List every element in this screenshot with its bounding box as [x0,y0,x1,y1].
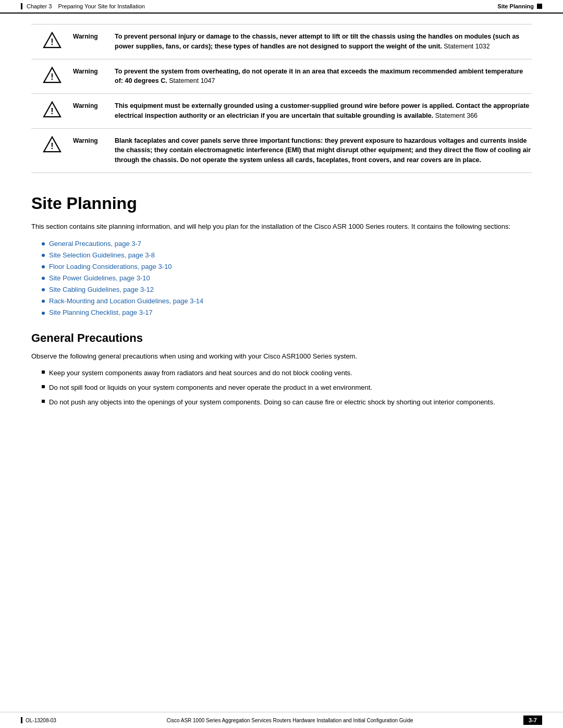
warning-text-2: To prevent the system from overheating, … [115,67,532,87]
toc-bullet-5 [42,300,45,303]
toc-item-0: General Precautions, page 3-7 [42,238,532,250]
warning-triangle-icon-4: ! [43,136,62,153]
warning-icon-col-1: ! [31,32,73,51]
warning-icon-col-2: ! [31,67,73,85]
toc-item-1: Site Selection Guidelines, page 3-8 [42,250,532,261]
warning-icon-col-4: ! [31,136,73,155]
main-content: ! Warning To prevent personal injury or … [0,14,563,422]
precaution-item-1: Do not spill food or liquids on your sys… [42,382,532,393]
footer-doc-number: OL-13208-03 [26,718,56,723]
toc-bullet-3 [42,277,45,280]
warning-block-2: ! Warning To prevent the system from ove… [31,59,532,94]
toc-link-5[interactable]: Rack-Mounting and Location Guidelines, p… [49,295,203,307]
toc-link-4[interactable]: Site Cabling Guidelines, page 3-12 [49,284,154,295]
warning-text-3: This equipment must be externally ground… [115,101,532,121]
warning-block-3: ! Warning This equipment must be externa… [31,93,532,128]
toc-link-3[interactable]: Site Power Guidelines, page 3-10 [49,273,150,284]
footer-left: OL-13208-03 [21,717,56,723]
toc-item-5: Rack-Mounting and Location Guidelines, p… [42,295,532,307]
precaution-text-2: Do not push any objects into the opening… [49,397,495,408]
footer-center: Cisco ASR 1000 Series Aggregation Servic… [56,718,523,723]
site-planning-intro: This section contains site planning info… [31,221,532,232]
toc-link-2[interactable]: Floor Loading Considerations, page 3-10 [49,261,172,273]
warning-text-4: Blank faceplates and cover panels serve … [115,136,532,165]
warning-label-4: Warning [73,136,115,144]
toc-bullet-6 [42,312,45,315]
precaution-text-0: Keep your system components away from ra… [49,368,352,378]
warning-triangle-icon-3: ! [43,101,62,118]
svg-text:!: ! [51,107,53,116]
svg-text:!: ! [51,141,53,150]
general-precautions-list: Keep your system components away from ra… [42,368,532,408]
toc-bullet-4 [42,288,45,291]
general-precautions-intro: Observe the following general precaution… [31,351,532,362]
header-section-right: Site Planning [497,3,542,9]
toc-item-3: Site Power Guidelines, page 3-10 [42,273,532,284]
toc-link-6[interactable]: Site Planning Checklist, page 3-17 [49,307,153,318]
header-chapter: Chapter 3 Preparing Your Site for Instal… [21,3,145,9]
section-title-general-precautions: General Precautions [31,331,532,345]
footer-page-number: 3-7 [523,715,542,725]
precaution-bullet-0 [42,371,45,374]
precaution-item-0: Keep your system components away from ra… [42,368,532,378]
toc-bullet-0 [42,242,45,245]
toc-bullet-2 [42,265,45,268]
toc-item-4: Site Cabling Guidelines, page 3-12 [42,284,532,295]
footer-black-line [21,717,22,723]
toc-link-0[interactable]: General Precautions, page 3-7 [49,238,141,250]
precaution-text-1: Do not spill food or liquids on your sys… [49,382,372,393]
toc-list: General Precautions, page 3-7 Site Selec… [42,238,532,319]
toc-item-2: Floor Loading Considerations, page 3-10 [42,261,532,273]
precaution-item-2: Do not push any objects into the opening… [42,397,532,408]
precaution-bullet-2 [42,400,45,403]
page-header: Chapter 3 Preparing Your Site for Instal… [0,0,563,14]
toc-link-1[interactable]: Site Selection Guidelines, page 3-8 [49,250,155,261]
warning-label-3: Warning [73,101,115,109]
svg-text:!: ! [51,38,53,46]
warning-block-4: ! Warning Blank faceplates and cover pan… [31,128,532,173]
svg-text:!: ! [51,72,53,81]
header-black-square [537,4,542,9]
section-title-site-planning: Site Planning [31,189,532,213]
warning-text-1: To prevent personal injury or damage to … [115,32,532,52]
toc-bullet-1 [42,254,45,257]
precaution-bullet-1 [42,385,45,388]
warning-label-1: Warning [73,32,115,40]
warning-label-2: Warning [73,67,115,75]
warning-icon-col-3: ! [31,101,73,120]
chapter-label: Chapter 3 Preparing Your Site for Instal… [21,3,145,9]
warning-triangle-icon-2: ! [43,67,62,83]
warning-triangle-icon-1: ! [43,32,62,48]
toc-item-6: Site Planning Checklist, page 3-17 [42,307,532,318]
warning-block-1: ! Warning To prevent personal injury or … [31,24,532,59]
page-footer: OL-13208-03 Cisco ASR 1000 Series Aggreg… [0,712,563,728]
